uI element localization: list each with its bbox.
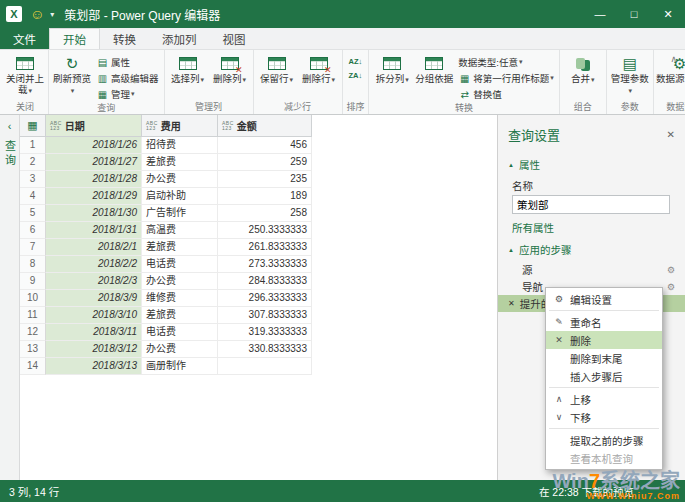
split-column-button[interactable]: 拆分列▾ xyxy=(371,52,413,85)
cell-expense[interactable]: 启动补助 xyxy=(142,188,218,205)
menu-item-rename[interactable]: ✎ 重命名 xyxy=(546,313,662,331)
replace-values-button[interactable]: ⇄ 替换值 xyxy=(455,86,557,102)
applied-steps-section-header[interactable]: ▲ 应用的步骤 xyxy=(498,237,685,260)
cell-expense[interactable]: 画册制作 xyxy=(142,358,218,375)
cell-date[interactable]: 2018/2/3 xyxy=(46,273,142,290)
remove-columns-button[interactable]: ✕ 删除列▾ xyxy=(209,52,251,85)
tab-add-column[interactable]: 添加列 xyxy=(149,28,210,49)
cell-amount[interactable]: 273.3333333 xyxy=(218,256,312,273)
remove-rows-button[interactable]: ✕ 删除行▾ xyxy=(298,52,340,85)
minimize-button[interactable]: — xyxy=(583,0,617,28)
row-number[interactable]: 5 xyxy=(20,205,46,222)
feedback-smiley-icon[interactable]: ☺ xyxy=(30,6,44,22)
cell-expense[interactable]: 电话费 xyxy=(142,256,218,273)
cell-expense[interactable]: 办公费 xyxy=(142,171,218,188)
menu-item-move-down[interactable]: ∨ 下移 xyxy=(546,408,662,426)
group-by-button[interactable]: 分组依据 xyxy=(413,52,455,84)
cell-amount[interactable]: 235 xyxy=(218,171,312,188)
merge-button[interactable]: 合并▾ xyxy=(562,52,604,85)
step-settings-gear-icon[interactable]: ⚙ xyxy=(667,282,675,292)
cell-amount[interactable] xyxy=(218,358,312,375)
cell-date[interactable]: 2018/1/31 xyxy=(46,222,142,239)
step-source[interactable]: 源 ⚙ xyxy=(498,261,685,278)
keep-rows-button[interactable]: 保留行▾ xyxy=(256,52,298,85)
cell-date[interactable]: 2018/1/27 xyxy=(46,154,142,171)
cell-expense[interactable]: 差旅费 xyxy=(142,307,218,324)
cell-date[interactable]: 2018/3/9 xyxy=(46,290,142,307)
menu-item-extract-previous[interactable]: 提取之前的步骤 xyxy=(546,431,662,449)
choose-columns-button[interactable]: 选择列▾ xyxy=(167,52,209,85)
tab-view[interactable]: 视图 xyxy=(210,28,259,49)
cell-date[interactable]: 2018/1/26 xyxy=(46,137,142,154)
quick-access-dropdown-icon[interactable]: ▾ xyxy=(50,10,54,19)
row-number[interactable]: 14 xyxy=(20,358,46,375)
cell-expense[interactable]: 高温费 xyxy=(142,222,218,239)
row-number[interactable]: 10 xyxy=(20,290,46,307)
row-number[interactable]: 8 xyxy=(20,256,46,273)
cell-expense[interactable]: 招待费 xyxy=(142,137,218,154)
cell-date[interactable]: 2018/2/2 xyxy=(46,256,142,273)
cell-date[interactable]: 2018/1/29 xyxy=(46,188,142,205)
tab-home[interactable]: 开始 xyxy=(49,28,100,49)
menu-item-delete[interactable]: ✕ 删除 xyxy=(546,331,662,349)
table-menu-button[interactable]: ▦ xyxy=(20,115,46,137)
row-number[interactable]: 1 xyxy=(20,137,46,154)
cell-date[interactable]: 2018/3/10 xyxy=(46,307,142,324)
all-properties-link[interactable]: 所有属性 xyxy=(498,214,685,237)
row-number[interactable]: 11 xyxy=(20,307,46,324)
cell-expense[interactable]: 差旅费 xyxy=(142,154,218,171)
cell-amount[interactable]: 307.8333333 xyxy=(218,307,312,324)
manage-parameters-button[interactable]: ▤ 管理参数▾ xyxy=(609,52,651,96)
cell-expense[interactable]: 办公费 xyxy=(142,273,218,290)
cell-amount[interactable]: 296.3333333 xyxy=(218,290,312,307)
close-and-load-button[interactable]: 关闭并上载▾ xyxy=(4,52,46,96)
menu-item-delete-until-end[interactable]: 删除到末尾 xyxy=(546,349,662,367)
row-number[interactable]: 7 xyxy=(20,239,46,256)
cell-amount[interactable]: 250.3333333 xyxy=(218,222,312,239)
column-header-expense[interactable]: ABC123 费用 xyxy=(142,115,218,137)
sort-ascending-button[interactable]: AZ↓ xyxy=(345,54,367,68)
cell-date[interactable]: 2018/1/30 xyxy=(46,205,142,222)
expand-queries-pane-icon[interactable]: ‹ xyxy=(0,120,19,132)
tab-file[interactable]: 文件 xyxy=(0,28,49,49)
cell-date[interactable]: 2018/2/1 xyxy=(46,239,142,256)
queries-pane-collapsed[interactable]: ‹ 查询 xyxy=(0,115,20,480)
cell-expense[interactable]: 广告制作 xyxy=(142,205,218,222)
collapse-ribbon-icon[interactable]: ∧ xyxy=(670,54,677,64)
row-number[interactable]: 2 xyxy=(20,154,46,171)
use-first-row-button[interactable]: ▦ 将第一行用作标题 ▾ xyxy=(455,70,557,86)
column-header-amount[interactable]: ABC123 金额 xyxy=(218,115,312,137)
step-settings-gear-icon[interactable]: ⚙ xyxy=(667,265,675,275)
row-number[interactable]: 12 xyxy=(20,324,46,341)
cell-expense[interactable]: 维修费 xyxy=(142,290,218,307)
cell-amount[interactable]: 319.3333333 xyxy=(218,324,312,341)
cell-date[interactable]: 2018/3/13 xyxy=(46,358,142,375)
row-number[interactable]: 9 xyxy=(20,273,46,290)
manage-button[interactable]: ▦ 管理 ▾ xyxy=(93,86,162,102)
cell-date[interactable]: 2018/3/11 xyxy=(46,324,142,341)
row-number[interactable]: 4 xyxy=(20,188,46,205)
cell-amount[interactable]: 456 xyxy=(218,137,312,154)
refresh-preview-button[interactable]: ↻ 刷新预览▾ xyxy=(51,52,93,96)
cell-amount[interactable]: 189 xyxy=(218,188,312,205)
cell-expense[interactable]: 电话费 xyxy=(142,324,218,341)
cell-expense[interactable]: 办公费 xyxy=(142,341,218,358)
cell-amount[interactable]: 284.8333333 xyxy=(218,273,312,290)
row-number[interactable]: 6 xyxy=(20,222,46,239)
delete-step-icon[interactable]: ✕ xyxy=(508,299,515,308)
cell-amount[interactable]: 261.8333333 xyxy=(218,239,312,256)
pane-close-icon[interactable]: ✕ xyxy=(667,129,675,140)
properties-button[interactable]: ▤ 属性 xyxy=(93,54,162,70)
cell-date[interactable]: 2018/1/28 xyxy=(46,171,142,188)
cell-amount[interactable]: 330.8333333 xyxy=(218,341,312,358)
advanced-editor-button[interactable]: ▥ 高级编辑器 xyxy=(93,70,162,86)
tab-transform[interactable]: 转换 xyxy=(100,28,149,49)
query-name-input[interactable] xyxy=(512,195,670,214)
cell-amount[interactable]: 259 xyxy=(218,154,312,171)
data-type-button[interactable]: 数据类型:任意 ▾ xyxy=(455,54,557,70)
sort-descending-button[interactable]: ZA↓ xyxy=(345,68,367,82)
menu-item-edit-settings[interactable]: ⚙ 编辑设置 xyxy=(546,290,662,308)
menu-item-insert-step-after[interactable]: 插入步骤后 xyxy=(546,367,662,385)
row-number[interactable]: 3 xyxy=(20,171,46,188)
cell-amount[interactable]: 258 xyxy=(218,205,312,222)
